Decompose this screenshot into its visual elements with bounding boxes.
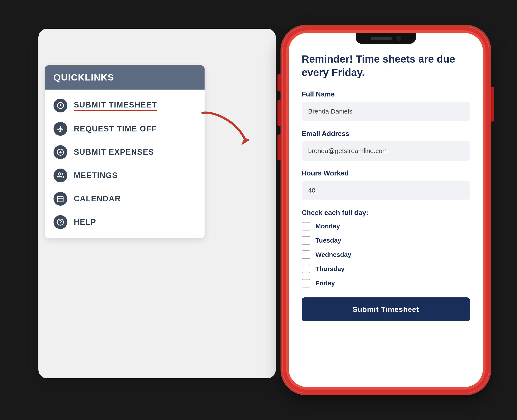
request-time-off-label: REQUEST TIME OFF: [74, 124, 157, 133]
checkbox-tuesday: Tuesday: [302, 236, 470, 245]
full-name-label: Full Name: [302, 90, 470, 98]
hours-input[interactable]: [302, 181, 470, 200]
checkbox-friday: Friday: [302, 279, 470, 287]
phone-inner: Reminder! Time sheets are due every Frid…: [286, 30, 486, 390]
wednesday-label: Wednesday: [316, 251, 351, 258]
reminder-title: Reminder! Time sheets are due every Frid…: [302, 52, 470, 79]
submit-timesheet-button[interactable]: Submit Timesheet: [302, 297, 470, 321]
quicklinks-header: QUICKLINKS: [45, 65, 205, 90]
power-button: [491, 87, 494, 121]
quicklinks-item-calendar[interactable]: CALENDAR: [45, 187, 205, 210]
help-label: HELP: [74, 218, 96, 227]
meetings-label: MEETINGS: [74, 171, 118, 180]
monday-label: Monday: [316, 223, 340, 230]
friday-checkbox[interactable]: [302, 279, 310, 287]
thursday-checkbox[interactable]: [302, 265, 310, 273]
tuesday-checkbox[interactable]: [302, 236, 310, 245]
friday-label: Friday: [316, 279, 335, 287]
meetings-icon: [53, 169, 67, 182]
help-icon: [53, 215, 67, 229]
checkbox-monday: Monday: [302, 222, 470, 231]
quicklinks-panel: QUICKLINKS SUBMIT TIMESHEET REQU: [45, 65, 205, 238]
scene: QUICKLINKS SUBMIT TIMESHEET REQU: [21, 16, 496, 404]
quicklinks-title: QUICKLINKS: [53, 72, 196, 83]
calendar-label: CALENDAR: [74, 194, 121, 203]
time-off-icon: [53, 122, 67, 136]
quicklinks-list: SUBMIT TIMESHEET REQUEST TIME OFF: [45, 90, 205, 238]
submit-timesheet-label: SUBMIT TIMESHEET: [74, 100, 157, 111]
quicklinks-item-submit-timesheet[interactable]: SUBMIT TIMESHEET: [45, 94, 205, 117]
timesheet-icon: [53, 99, 67, 112]
svg-marker-11: [241, 138, 250, 145]
monday-checkbox[interactable]: [302, 222, 310, 231]
phone-container: Reminder! Time sheets are due every Frid…: [282, 27, 489, 393]
phone-outer: Reminder! Time sheets are due every Frid…: [282, 27, 489, 393]
silent-switch: [278, 74, 281, 91]
quicklinks-item-request-time-off[interactable]: REQUEST TIME OFF: [45, 117, 205, 141]
checkboxes-section-label: Check each full day:: [302, 209, 470, 217]
email-input[interactable]: [302, 141, 470, 161]
screen-content: Reminder! Time sheets are due every Frid…: [289, 33, 483, 387]
tuesday-label: Tuesday: [316, 237, 341, 244]
full-name-input[interactable]: [302, 102, 470, 121]
calendar-icon: [53, 192, 67, 206]
volume-down-button: [278, 135, 281, 160]
hours-label: Hours Worked: [302, 169, 470, 177]
expenses-icon: [53, 145, 67, 159]
checkbox-wednesday: Wednesday: [302, 250, 470, 259]
front-camera: [396, 36, 401, 41]
submit-expenses-label: SUBMIT EXPENSES: [74, 148, 154, 157]
phone-notch: [356, 33, 416, 44]
svg-point-4: [58, 173, 61, 175]
quicklinks-item-help[interactable]: HELP: [45, 210, 205, 234]
arrow-decoration: [198, 106, 254, 150]
svg-rect-5: [58, 196, 63, 202]
email-label: Email Address: [302, 130, 470, 138]
speaker: [370, 37, 392, 40]
quicklinks-item-submit-expenses[interactable]: SUBMIT EXPENSES: [45, 141, 205, 164]
volume-up-button: [278, 100, 281, 126]
thursday-label: Thursday: [316, 265, 345, 273]
phone-screen: Reminder! Time sheets are due every Frid…: [289, 33, 483, 387]
wednesday-checkbox[interactable]: [302, 250, 310, 259]
quicklinks-item-meetings[interactable]: MEETINGS: [45, 164, 205, 187]
checkbox-thursday: Thursday: [302, 265, 470, 273]
